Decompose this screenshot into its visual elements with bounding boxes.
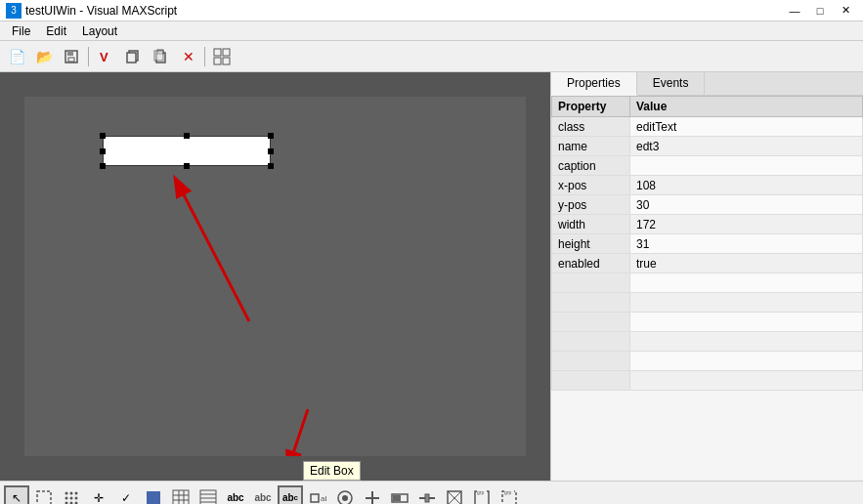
toolbar-grid[interactable] [209, 44, 235, 69]
btn-color[interactable] [141, 485, 166, 505]
btn-progress[interactable] [387, 485, 412, 505]
svg-point-23 [75, 496, 78, 499]
properties-panel: Properties Events Property Value classed… [550, 72, 863, 481]
btn-label-abc[interactable]: abc [250, 485, 276, 505]
prop-name-cell: x-pos [552, 176, 630, 195]
toolbar-delete[interactable]: ✕ [175, 44, 200, 69]
svg-rect-44 [393, 495, 401, 501]
table-row: caption [552, 156, 863, 176]
prop-value-cell[interactable] [630, 293, 863, 313]
prop-name-cell: class [552, 117, 630, 137]
handle-midright[interactable] [268, 148, 274, 154]
menu-bar: File Edit Layout [0, 21, 863, 41]
table-row: nameedt3 [552, 137, 863, 156]
table-row [552, 313, 863, 332]
menu-edit[interactable]: Edit [38, 23, 74, 39]
prop-name-cell: name [552, 137, 630, 156]
toolbar: 📄 📂 V ✕ [0, 41, 863, 72]
props-table: Property Value classeditTextnameedt3capt… [551, 96, 863, 481]
canvas-area[interactable] [0, 72, 550, 481]
prop-value-cell[interactable]: true [630, 254, 863, 273]
minimize-button[interactable]: — [783, 3, 806, 19]
btn-dotgrid[interactable] [59, 485, 84, 505]
svg-point-20 [75, 491, 78, 494]
svg-point-40 [342, 495, 348, 501]
handle-topright[interactable] [268, 133, 274, 139]
btn-text-abc2[interactable]: abc [223, 485, 248, 505]
prop-name-cell: enabled [552, 254, 630, 273]
btn-grp2[interactable]: grp [496, 485, 522, 505]
btn-spinner[interactable] [360, 485, 385, 505]
prop-value-cell[interactable]: editText [630, 117, 863, 137]
tooltip-editbox: Edit Box [303, 461, 361, 481]
svg-point-18 [65, 491, 68, 494]
btn-move[interactable]: ✛ [86, 485, 111, 505]
prop-name-cell: caption [552, 156, 630, 176]
prop-value-cell[interactable]: 108 [630, 176, 863, 195]
handle-botleft[interactable] [100, 163, 106, 169]
table-row [552, 371, 863, 391]
btn-table[interactable] [168, 485, 194, 505]
toolbar-paste[interactable] [148, 44, 173, 69]
prop-value-cell[interactable] [630, 332, 863, 352]
prop-value-cell[interactable]: edt3 [630, 137, 863, 156]
btn-editbox[interactable]: abc [278, 485, 303, 505]
toolbar-save[interactable] [59, 44, 84, 69]
table-row [552, 352, 863, 371]
handle-topmid[interactable] [184, 133, 190, 139]
btn-checkbox[interactable]: ab [305, 485, 330, 505]
prop-name-cell: width [552, 215, 630, 234]
prop-value-cell[interactable]: 172 [630, 215, 863, 234]
handle-botmid[interactable] [184, 163, 190, 169]
menu-file[interactable]: File [4, 23, 38, 39]
menu-layout[interactable]: Layout [74, 23, 125, 39]
prop-name-cell [552, 313, 630, 332]
svg-rect-17 [37, 491, 51, 505]
svg-rect-10 [214, 49, 221, 56]
prop-value-cell[interactable]: 31 [630, 234, 863, 254]
title-text: testUIWin - Visual MAXScript [25, 4, 783, 18]
svg-rect-5 [127, 53, 136, 63]
maximize-button[interactable]: □ [808, 3, 832, 19]
tab-properties[interactable]: Properties [551, 72, 637, 96]
prop-value-cell[interactable] [630, 371, 863, 391]
svg-text:grp: grp [504, 489, 511, 495]
handle-botright[interactable] [268, 163, 274, 169]
btn-pointer[interactable]: ↖ [4, 485, 29, 505]
toolbar-copy[interactable] [120, 44, 146, 69]
btn-slider[interactable] [414, 485, 440, 505]
prop-value-cell[interactable] [630, 313, 863, 332]
toolbar-new[interactable]: 📄 [4, 44, 29, 69]
handle-topleft[interactable] [100, 133, 106, 139]
svg-text:✕: ✕ [183, 49, 194, 64]
canvas-inner [24, 97, 526, 456]
handle-midleft[interactable] [100, 148, 106, 154]
canvas-editbox[interactable] [103, 136, 271, 166]
btn-bitmap[interactable] [442, 485, 467, 505]
title-bar: 3 testUIWin - Visual MAXScript — □ ✕ [0, 0, 863, 21]
close-button[interactable]: ✕ [834, 3, 857, 19]
tab-events[interactable]: Events [637, 72, 706, 95]
toolbar-sep2 [204, 47, 205, 66]
btn-list[interactable] [195, 485, 221, 505]
prop-value-cell[interactable] [630, 273, 863, 293]
svg-line-15 [176, 180, 249, 321]
svg-point-19 [70, 491, 73, 494]
table-row [552, 332, 863, 352]
table-row: classeditText [552, 117, 863, 137]
prop-value-cell[interactable] [630, 156, 863, 176]
btn-check[interactable]: ✓ [113, 485, 139, 505]
bottom-toolbar: ↖ ✛ ✓ [0, 481, 863, 504]
btn-dropdown[interactable] [332, 485, 358, 505]
svg-rect-37 [311, 494, 319, 502]
prop-value-cell[interactable]: 30 [630, 195, 863, 215]
table-row: height31 [552, 234, 863, 254]
svg-rect-11 [223, 49, 230, 56]
prop-value-cell[interactable] [630, 352, 863, 371]
btn-select[interactable] [31, 485, 57, 505]
toolbar-open[interactable]: 📂 [31, 44, 57, 69]
table-row: enabledtrue [552, 254, 863, 273]
toolbar-v[interactable]: V [93, 44, 118, 69]
btn-grp1[interactable]: grp [469, 485, 495, 505]
toolbar-sep1 [88, 47, 89, 66]
